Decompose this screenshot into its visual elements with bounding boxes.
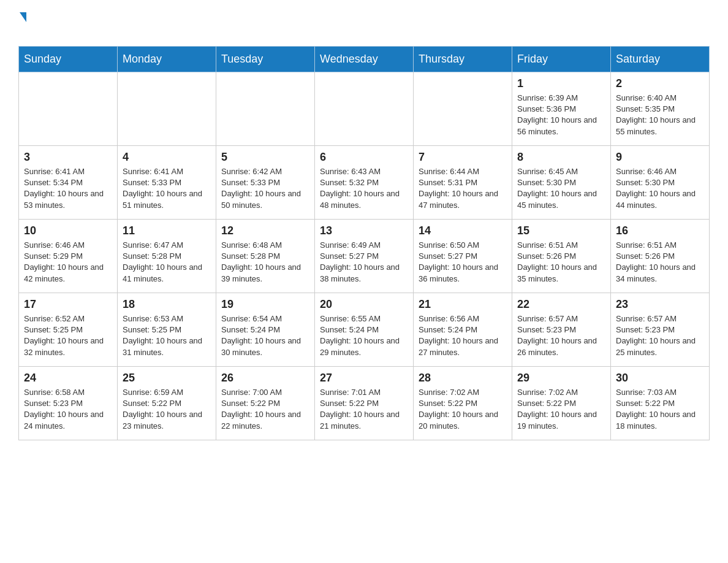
calendar-cell: 17Sunrise: 6:52 AM Sunset: 5:25 PM Dayli…: [19, 293, 118, 367]
day-info: Sunrise: 6:51 AM Sunset: 5:26 PM Dayligh…: [517, 240, 605, 285]
day-info: Sunrise: 6:40 AM Sunset: 5:35 PM Dayligh…: [616, 93, 704, 137]
calendar-cell: 29Sunrise: 7:02 AM Sunset: 5:22 PM Dayli…: [512, 367, 611, 440]
week-row-3: 10Sunrise: 6:46 AM Sunset: 5:29 PM Dayli…: [19, 220, 710, 293]
day-info: Sunrise: 6:48 AM Sunset: 5:28 PM Dayligh…: [221, 240, 309, 285]
day-info: Sunrise: 6:56 AM Sunset: 5:24 PM Dayligh…: [419, 313, 507, 358]
day-info: Sunrise: 6:49 AM Sunset: 5:27 PM Dayligh…: [320, 240, 408, 285]
day-info: Sunrise: 6:58 AM Sunset: 5:23 PM Dayligh…: [24, 387, 112, 432]
day-number: 20: [320, 298, 408, 311]
day-number: 3: [24, 151, 112, 164]
calendar-cell: 28Sunrise: 7:02 AM Sunset: 5:22 PM Dayli…: [414, 367, 512, 440]
day-number: 12: [221, 224, 309, 237]
calendar-cell: 18Sunrise: 6:53 AM Sunset: 5:25 PM Dayli…: [118, 293, 216, 367]
day-number: 19: [221, 298, 309, 311]
day-number: 16: [616, 224, 704, 237]
day-number: 23: [616, 298, 704, 311]
day-info: Sunrise: 6:57 AM Sunset: 5:23 PM Dayligh…: [616, 313, 704, 358]
calendar-cell: 7Sunrise: 6:44 AM Sunset: 5:31 PM Daylig…: [414, 146, 512, 220]
day-number: 28: [419, 372, 507, 385]
calendar-cell: 30Sunrise: 7:03 AM Sunset: 5:22 PM Dayli…: [611, 367, 710, 440]
day-number: 5: [221, 151, 309, 164]
calendar-table: SundayMondayTuesdayWednesdayThursdayFrid…: [18, 46, 710, 440]
day-number: 26: [221, 372, 309, 385]
calendar-cell: [414, 72, 512, 146]
day-info: Sunrise: 7:03 AM Sunset: 5:22 PM Dayligh…: [616, 387, 704, 432]
calendar-cell: 10Sunrise: 6:46 AM Sunset: 5:29 PM Dayli…: [19, 220, 118, 293]
calendar-cell: 9Sunrise: 6:46 AM Sunset: 5:30 PM Daylig…: [611, 146, 710, 220]
calendar-cell: 16Sunrise: 6:51 AM Sunset: 5:26 PM Dayli…: [611, 220, 710, 293]
calendar-cell: [118, 72, 216, 146]
calendar-cell: 24Sunrise: 6:58 AM Sunset: 5:23 PM Dayli…: [19, 367, 118, 440]
day-number: 25: [123, 372, 211, 385]
week-row-5: 24Sunrise: 6:58 AM Sunset: 5:23 PM Dayli…: [19, 367, 710, 440]
week-row-1: 1Sunrise: 6:39 AM Sunset: 5:36 PM Daylig…: [19, 72, 710, 146]
calendar-cell: 20Sunrise: 6:55 AM Sunset: 5:24 PM Dayli…: [315, 293, 414, 367]
day-info: Sunrise: 7:02 AM Sunset: 5:22 PM Dayligh…: [419, 387, 507, 432]
day-number: 8: [517, 151, 605, 164]
day-info: Sunrise: 6:52 AM Sunset: 5:25 PM Dayligh…: [24, 313, 112, 358]
calendar-cell: 15Sunrise: 6:51 AM Sunset: 5:26 PM Dayli…: [512, 220, 611, 293]
weekday-sunday: Sunday: [19, 47, 118, 72]
calendar-cell: 21Sunrise: 6:56 AM Sunset: 5:24 PM Dayli…: [414, 293, 512, 367]
weekday-thursday: Thursday: [414, 47, 512, 72]
calendar-cell: 11Sunrise: 6:47 AM Sunset: 5:28 PM Dayli…: [118, 220, 216, 293]
calendar-cell: [19, 72, 118, 146]
weekday-monday: Monday: [118, 47, 216, 72]
day-info: Sunrise: 6:42 AM Sunset: 5:33 PM Dayligh…: [221, 166, 309, 211]
week-row-4: 17Sunrise: 6:52 AM Sunset: 5:25 PM Dayli…: [19, 293, 710, 367]
weekday-friday: Friday: [512, 47, 611, 72]
day-info: Sunrise: 6:44 AM Sunset: 5:31 PM Dayligh…: [419, 166, 507, 211]
day-info: Sunrise: 6:57 AM Sunset: 5:23 PM Dayligh…: [517, 313, 605, 358]
day-info: Sunrise: 6:54 AM Sunset: 5:24 PM Dayligh…: [221, 313, 309, 358]
day-info: Sunrise: 6:41 AM Sunset: 5:34 PM Dayligh…: [24, 166, 112, 211]
weekday-tuesday: Tuesday: [216, 47, 315, 72]
weekday-saturday: Saturday: [611, 47, 710, 72]
day-number: 6: [320, 151, 408, 164]
calendar-cell: 25Sunrise: 6:59 AM Sunset: 5:22 PM Dayli…: [118, 367, 216, 440]
calendar-cell: 5Sunrise: 6:42 AM Sunset: 5:33 PM Daylig…: [216, 146, 315, 220]
calendar-cell: 1Sunrise: 6:39 AM Sunset: 5:36 PM Daylig…: [512, 72, 611, 146]
calendar-cell: 3Sunrise: 6:41 AM Sunset: 5:34 PM Daylig…: [19, 146, 118, 220]
calendar-cell: 6Sunrise: 6:43 AM Sunset: 5:32 PM Daylig…: [315, 146, 414, 220]
weekday-header-row: SundayMondayTuesdayWednesdayThursdayFrid…: [19, 47, 710, 72]
calendar-cell: [315, 72, 414, 146]
day-number: 14: [419, 224, 507, 237]
day-number: 29: [517, 372, 605, 385]
day-info: Sunrise: 6:50 AM Sunset: 5:27 PM Dayligh…: [419, 240, 507, 285]
day-number: 4: [123, 151, 211, 164]
calendar-cell: 4Sunrise: 6:41 AM Sunset: 5:33 PM Daylig…: [118, 146, 216, 220]
day-info: Sunrise: 6:46 AM Sunset: 5:29 PM Dayligh…: [24, 240, 112, 285]
day-info: Sunrise: 6:51 AM Sunset: 5:26 PM Dayligh…: [616, 240, 704, 285]
calendar-header: SundayMondayTuesdayWednesdayThursdayFrid…: [19, 47, 710, 72]
page-header: [18, 12, 710, 40]
calendar-cell: 8Sunrise: 6:45 AM Sunset: 5:30 PM Daylig…: [512, 146, 611, 220]
calendar-cell: 26Sunrise: 7:00 AM Sunset: 5:22 PM Dayli…: [216, 367, 315, 440]
day-number: 17: [24, 298, 112, 311]
calendar-cell: 13Sunrise: 6:49 AM Sunset: 5:27 PM Dayli…: [315, 220, 414, 293]
weekday-wednesday: Wednesday: [315, 47, 414, 72]
day-info: Sunrise: 7:00 AM Sunset: 5:22 PM Dayligh…: [221, 387, 309, 432]
calendar-cell: 19Sunrise: 6:54 AM Sunset: 5:24 PM Dayli…: [216, 293, 315, 367]
day-number: 27: [320, 372, 408, 385]
day-number: 7: [419, 151, 507, 164]
day-info: Sunrise: 6:41 AM Sunset: 5:33 PM Dayligh…: [123, 166, 211, 211]
day-number: 21: [419, 298, 507, 311]
day-info: Sunrise: 6:53 AM Sunset: 5:25 PM Dayligh…: [123, 313, 211, 358]
day-info: Sunrise: 6:59 AM Sunset: 5:22 PM Dayligh…: [123, 387, 211, 432]
logo: [18, 12, 26, 40]
calendar-cell: 23Sunrise: 6:57 AM Sunset: 5:23 PM Dayli…: [611, 293, 710, 367]
day-number: 18: [123, 298, 211, 311]
calendar-cell: 27Sunrise: 7:01 AM Sunset: 5:22 PM Dayli…: [315, 367, 414, 440]
day-number: 2: [616, 77, 704, 90]
day-info: Sunrise: 6:47 AM Sunset: 5:28 PM Dayligh…: [123, 240, 211, 285]
day-number: 10: [24, 224, 112, 237]
day-info: Sunrise: 6:55 AM Sunset: 5:24 PM Dayligh…: [320, 313, 408, 358]
day-number: 13: [320, 224, 408, 237]
day-number: 22: [517, 298, 605, 311]
calendar-cell: [216, 72, 315, 146]
day-number: 15: [517, 224, 605, 237]
calendar-cell: 12Sunrise: 6:48 AM Sunset: 5:28 PM Dayli…: [216, 220, 315, 293]
day-info: Sunrise: 7:02 AM Sunset: 5:22 PM Dayligh…: [517, 387, 605, 432]
day-number: 24: [24, 372, 112, 385]
calendar-cell: 22Sunrise: 6:57 AM Sunset: 5:23 PM Dayli…: [512, 293, 611, 367]
